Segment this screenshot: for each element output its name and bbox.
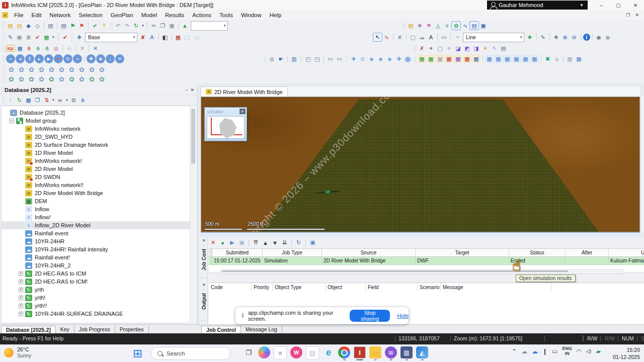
rosette-7-icon[interactable]: ✿ (67, 65, 76, 73)
menu-item[interactable]: Edit (28, 10, 46, 20)
database-panel-header[interactable]: Database [2025.2] ▫ ✕ (0, 85, 197, 95)
check-in-icon[interactable]: ◇ (33, 22, 42, 30)
undo-icon[interactable]: ↶ (114, 22, 122, 30)
panel-tab[interactable]: Properties (115, 326, 149, 333)
export-window-icon[interactable]: ⧉ (69, 96, 78, 104)
download-frame-icon[interactable]: ↓ (106, 54, 115, 63)
move-up-icon[interactable]: ↑ (6, 96, 15, 104)
tree-expander-icon[interactable] (19, 239, 23, 244)
tree-expander-icon[interactable] (19, 175, 23, 179)
tree-item[interactable]: + ↻ yrth (2, 286, 196, 294)
language[interactable]: ENG IN (562, 346, 572, 356)
tree-item[interactable]: + ↻ 2D HEC-RAS to ICM! (2, 278, 196, 286)
notepad[interactable]: ≡ (274, 346, 287, 359)
tree-item[interactable]: ☁ Rainfall event! (2, 253, 196, 261)
task-view[interactable]: ❐ (243, 346, 255, 358)
anchor-frame-icon[interactable]: ◈ (96, 54, 105, 63)
clipchamp[interactable]: ≋ (385, 346, 397, 358)
jump-end-icon[interactable]: » (73, 54, 82, 63)
menu-item[interactable]: Help (266, 10, 286, 20)
resume-icon[interactable]: ▶ (228, 239, 236, 247)
job-column-header[interactable]: User (609, 249, 644, 256)
tree-expander-icon[interactable]: + (19, 312, 23, 316)
rosette-17-icon[interactable]: ✿ (67, 75, 76, 83)
find-dropdown-icon[interactable]: ▾ (65, 96, 69, 104)
tree-item[interactable]: ≋ 2D_SWD_HYD (2, 133, 196, 141)
rosette-15-icon[interactable]: ✿ (47, 75, 56, 83)
print-icon[interactable]: ▤ (46, 22, 55, 30)
tree-item[interactable]: ♆ Inflow_2D River Model (2, 221, 196, 229)
menu-item[interactable]: File (10, 10, 28, 20)
job-column-header[interactable]: Submitted (212, 249, 263, 256)
grid-blue-icon[interactable]: ▦ (575, 55, 583, 63)
north-arrow-icon[interactable]: ▲ (181, 22, 189, 30)
nav-zoom-icon[interactable]: ⊙ (358, 55, 367, 63)
battery[interactable]: ▰ (596, 348, 601, 355)
window-tile-icon[interactable]: ◰ (304, 55, 312, 63)
open-results-icon[interactable]: ▣ (237, 239, 246, 247)
document[interactable]: ▤ (306, 346, 319, 359)
scenario-icon[interactable]: ❖ (75, 33, 84, 41)
pause-icon[interactable]: ‖ (25, 54, 34, 63)
rosette-2-icon[interactable]: ✿ (17, 65, 26, 73)
pointer-2-icon[interactable]: ↖ (490, 44, 499, 52)
zone-select-1-icon[interactable]: ◪ (454, 44, 462, 52)
sync-frame-icon[interactable]: ✚ (87, 54, 96, 63)
select-similar-icon[interactable]: ✧ (445, 44, 453, 52)
map-vertical-scrollbar[interactable] (640, 97, 644, 232)
tree-item[interactable]: ☁ 10YR-24HR_2 (2, 261, 196, 269)
clear-selection-icon[interactable]: ✕ (78, 44, 87, 52)
info-icon[interactable]: i (583, 34, 590, 41)
save-icon[interactable]: ▤ (59, 22, 68, 30)
rosette-12-icon[interactable]: ✿ (17, 75, 26, 83)
job-cell[interactable]: 2D River Model With Bridge (322, 257, 416, 264)
jump-start-icon[interactable]: « (6, 54, 15, 63)
tree-expander-icon[interactable] (19, 135, 23, 139)
w-app[interactable]: W (290, 346, 302, 358)
sheet-1-icon[interactable]: ▦ (485, 55, 494, 63)
tree-expander-icon[interactable] (19, 183, 23, 188)
tree-expander-icon[interactable]: + (19, 288, 23, 292)
refresh-jobs-icon[interactable]: ↻ (294, 239, 303, 247)
stop-animation-icon[interactable]: ✕ (115, 54, 124, 63)
tree-item[interactable]: + ↻ yrth! (2, 294, 196, 302)
menu-item[interactable]: Tools (215, 10, 237, 20)
scenario-combo[interactable]: Base▾ (85, 33, 137, 42)
copy-icon[interactable]: ❐ (158, 22, 167, 30)
rosette-14-icon[interactable]: ✿ (37, 75, 46, 83)
output-column-header[interactable]: Scenario (418, 283, 441, 292)
panel-tab[interactable]: Message Log (241, 326, 282, 333)
row-selector[interactable] (209, 257, 212, 264)
nav-hand-icon[interactable]: ✚ (394, 55, 403, 63)
refresh-db-icon[interactable]: ↻ (15, 96, 24, 104)
run-simulation-icon[interactable]: ● (218, 239, 227, 247)
tree-expander-icon[interactable] (19, 255, 23, 260)
job-table-hscrollbar[interactable] (220, 269, 624, 274)
tree-item[interactable]: ≋ 1D River Model (2, 149, 196, 157)
sheet-2-icon[interactable]: ▦ (494, 55, 503, 63)
rosette-10-icon[interactable]: ✿ (98, 65, 106, 73)
mesh-display-icon[interactable]: ✿ (452, 22, 460, 30)
profile-chart-icon[interactable]: ▥ (290, 55, 298, 63)
job-cell[interactable]: Kulsum Fatima (609, 257, 644, 264)
job-row-simulation[interactable]: 15:00:17 01-12-2025 Simulation 2D River … (209, 257, 644, 265)
tree-item[interactable]: ♆ Inflow (2, 205, 196, 213)
search-box[interactable]: Search (151, 347, 230, 360)
measure-tape-icon[interactable]: ▤ (499, 44, 508, 52)
step-forward-icon[interactable]: ▸ (35, 54, 44, 63)
tree-expander-icon[interactable]: + (19, 304, 23, 308)
tree-scrollbar[interactable] (190, 106, 196, 323)
close-button[interactable]: ✕ (627, 0, 644, 10)
tree-expander-icon[interactable] (19, 215, 23, 220)
calculator[interactable]: ▦ (400, 346, 413, 358)
output-column-header[interactable]: Message (441, 283, 551, 292)
step-back-icon[interactable]: ◂ (16, 54, 25, 63)
table-new-icon[interactable]: ▦ (418, 55, 426, 63)
validate-network-icon[interactable]: ✔ (61, 33, 69, 41)
paste-icon[interactable]: ▣ (168, 22, 176, 30)
job-column-header[interactable]: After (566, 249, 609, 256)
table-export-icon[interactable]: ▦ (463, 55, 471, 63)
tree-expander-icon[interactable] (19, 247, 23, 252)
tree-structure-icon[interactable]: ⋔ (78, 96, 87, 104)
trace-icon[interactable]: ❖ (526, 33, 534, 41)
